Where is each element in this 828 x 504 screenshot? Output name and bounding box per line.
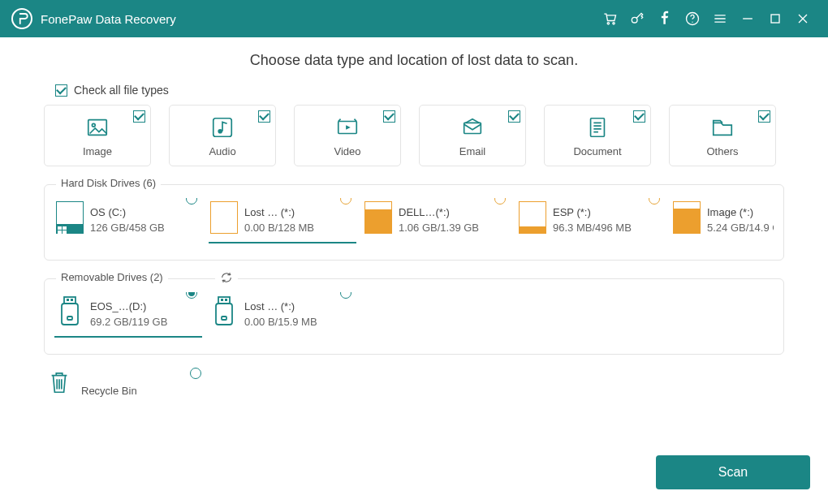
recycle-bin-option[interactable]: Recycle Bin bbox=[47, 369, 201, 399]
folder-icon bbox=[709, 114, 735, 140]
recycle-bin-radio[interactable] bbox=[190, 368, 201, 379]
svg-rect-17 bbox=[64, 297, 75, 304]
svg-rect-22 bbox=[218, 297, 230, 304]
card-label: Document bbox=[573, 145, 621, 157]
svg-point-1 bbox=[613, 23, 615, 24]
hdd-drive[interactable]: ESP (*:) 96.3 MB/496 MB bbox=[517, 198, 665, 243]
svg-rect-20 bbox=[62, 304, 78, 325]
svg-rect-26 bbox=[222, 317, 226, 320]
card-image[interactable]: Image bbox=[44, 105, 151, 166]
card-others[interactable]: Others bbox=[669, 105, 776, 166]
main-content: Choose data type and location of lost da… bbox=[0, 37, 828, 399]
card-label: Audio bbox=[209, 145, 235, 157]
scan-button[interactable]: Scan bbox=[656, 455, 810, 489]
card-checkbox[interactable] bbox=[133, 110, 145, 123]
drive-size: 0.00 B/15.9 MB bbox=[244, 316, 317, 328]
removable-drives: EOS_…(D:) 69.2 GB/119 GB Lost … (*:) 0.0… bbox=[54, 292, 774, 346]
titlebar: FonePaw Data Recovery bbox=[0, 0, 828, 37]
drive-radio[interactable] bbox=[186, 292, 197, 299]
svg-rect-23 bbox=[221, 299, 223, 301]
minimize-button[interactable] bbox=[734, 0, 761, 37]
drive-size: 0.00 B/128 MB bbox=[244, 222, 314, 234]
card-audio[interactable]: Audio bbox=[169, 105, 276, 166]
removable-legend: Removable Drives (2) bbox=[56, 271, 168, 283]
hdd-drive[interactable]: Lost … (*:) 0.00 B/128 MB bbox=[209, 198, 356, 243]
svg-rect-12 bbox=[591, 118, 605, 136]
svg-point-4 bbox=[692, 22, 692, 23]
video-icon bbox=[334, 114, 360, 140]
usb-icon bbox=[210, 295, 238, 328]
card-checkbox[interactable] bbox=[383, 110, 395, 123]
email-icon bbox=[459, 114, 485, 140]
help-icon[interactable] bbox=[679, 0, 706, 37]
headline: Choose data type and location of lost da… bbox=[44, 52, 784, 69]
removable-drive[interactable]: Lost … (*:) 0.00 B/15.9 MB bbox=[209, 292, 356, 338]
app-logo bbox=[11, 8, 32, 29]
svg-rect-25 bbox=[216, 304, 232, 325]
usb-icon bbox=[56, 295, 84, 328]
drive-name: DELL…(*:) bbox=[399, 206, 479, 218]
close-button[interactable] bbox=[789, 0, 817, 37]
drive-radio[interactable] bbox=[340, 198, 351, 205]
menu-icon[interactable] bbox=[706, 0, 734, 37]
hdd-drive[interactable]: DELL…(*:) 1.06 GB/1.39 GB bbox=[363, 198, 511, 243]
card-label: Others bbox=[706, 145, 738, 157]
image-icon bbox=[84, 114, 110, 140]
card-email[interactable]: Email bbox=[419, 105, 526, 166]
refresh-icon[interactable] bbox=[215, 271, 238, 286]
svg-point-0 bbox=[607, 23, 609, 24]
drive-radio[interactable] bbox=[649, 198, 660, 205]
svg-point-2 bbox=[632, 17, 637, 23]
file-type-cards: Image Audio Video Email Document Others bbox=[44, 105, 784, 166]
card-video[interactable]: Video bbox=[294, 105, 401, 166]
check-all-label: Check all file types bbox=[74, 84, 169, 97]
drive-radio[interactable] bbox=[186, 198, 197, 205]
svg-rect-16 bbox=[63, 230, 67, 234]
svg-rect-19 bbox=[71, 299, 73, 301]
check-all-row[interactable]: Check all file types bbox=[55, 84, 784, 97]
card-checkbox[interactable] bbox=[758, 110, 770, 123]
drive-icon bbox=[210, 201, 238, 234]
card-checkbox[interactable] bbox=[633, 110, 645, 123]
facebook-icon[interactable] bbox=[651, 0, 679, 37]
drive-name: ESP (*:) bbox=[553, 206, 632, 218]
recycle-bin-label: Recycle Bin bbox=[81, 372, 137, 397]
svg-point-7 bbox=[92, 123, 95, 127]
drive-icon bbox=[364, 201, 392, 234]
card-checkbox[interactable] bbox=[508, 110, 520, 123]
hdd-drive[interactable]: OS (C:) 126 GB/458 GB bbox=[54, 198, 202, 243]
svg-rect-11 bbox=[464, 123, 481, 133]
card-checkbox[interactable] bbox=[258, 110, 270, 123]
check-all-checkbox[interactable] bbox=[55, 84, 67, 97]
drive-radio[interactable] bbox=[494, 198, 506, 205]
removable-drive[interactable]: EOS_…(D:) 69.2 GB/119 GB bbox=[54, 292, 202, 338]
removable-group: Removable Drives (2) EOS_…(D:) 69.2 GB/1… bbox=[44, 278, 784, 355]
svg-rect-24 bbox=[225, 299, 227, 301]
drive-radio[interactable] bbox=[340, 292, 351, 299]
cart-icon[interactable] bbox=[596, 0, 623, 37]
card-label: Email bbox=[459, 145, 486, 157]
drive-name: OS (C:) bbox=[90, 206, 165, 218]
document-icon bbox=[584, 114, 610, 140]
drive-name: EOS_…(D:) bbox=[90, 300, 167, 312]
hdd-legend: Hard Disk Drives (6) bbox=[56, 177, 161, 189]
hdd-drive[interactable]: Image (*:) 5.24 GB/14.9 GB bbox=[671, 198, 774, 243]
audio-icon bbox=[209, 114, 235, 140]
svg-rect-14 bbox=[63, 226, 67, 230]
drive-name: Lost … (*:) bbox=[244, 300, 317, 312]
card-label: Video bbox=[334, 145, 360, 157]
card-label: Image bbox=[83, 145, 112, 157]
trash-icon bbox=[47, 369, 71, 399]
svg-rect-18 bbox=[67, 299, 69, 301]
key-icon[interactable] bbox=[623, 0, 651, 37]
card-document[interactable]: Document bbox=[544, 105, 651, 166]
drive-size: 5.24 GB/14.9 GB bbox=[707, 222, 774, 234]
drive-name: Lost … (*:) bbox=[244, 206, 314, 218]
app-title: FonePaw Data Recovery bbox=[41, 12, 176, 26]
drive-icon bbox=[673, 201, 701, 234]
hdd-drives[interactable]: OS (C:) 126 GB/458 GB Lost … (*:) 0.00 B… bbox=[54, 198, 774, 252]
maximize-button[interactable] bbox=[761, 0, 789, 37]
drive-icon bbox=[519, 201, 546, 234]
scan-bar: Scan bbox=[656, 455, 810, 489]
svg-rect-21 bbox=[67, 317, 72, 320]
